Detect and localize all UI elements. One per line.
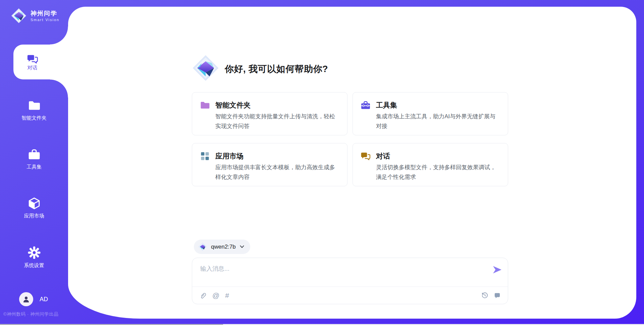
gear-icon bbox=[28, 246, 41, 259]
sidebar-item-chat[interactable]: 对话 bbox=[13, 45, 68, 79]
toolbox-icon bbox=[361, 100, 371, 110]
feature-cards-grid: 智能文件夹 智能文件夹功能支持批量文件上传与清洗，轻松实现文件问答 工具集 集成… bbox=[192, 92, 508, 186]
user-profile[interactable]: AD bbox=[19, 292, 48, 306]
message-composer: @ # bbox=[192, 258, 508, 304]
app-brand: 神州问学 Smart Vision bbox=[11, 7, 59, 24]
attachment-icon[interactable] bbox=[199, 292, 207, 299]
card-description: 智能文件夹功能支持批量文件上传与清洗，轻松实现文件问答 bbox=[215, 112, 340, 131]
chat-icon bbox=[26, 53, 39, 65]
card-title: 工具集 bbox=[376, 100, 397, 110]
card-app-market[interactable]: 应用市场 应用市场提供丰富长文本模板，助力高效生成多样化文章内容 bbox=[192, 143, 347, 186]
send-icon[interactable] bbox=[492, 265, 502, 275]
sidebar-item-smart-folder[interactable]: 智能文件夹 bbox=[0, 99, 68, 121]
history-icon[interactable] bbox=[481, 292, 488, 299]
sidebar-item-label: 工具集 bbox=[26, 164, 42, 170]
greeting-title: 你好, 我可以如何帮助你? bbox=[225, 63, 328, 75]
model-name: qwen2:7b bbox=[211, 244, 236, 250]
composer-toolbar-right bbox=[481, 292, 501, 299]
card-title: 对话 bbox=[376, 151, 390, 161]
composer-toolbar: @ # bbox=[192, 286, 508, 304]
mention-icon[interactable]: @ bbox=[212, 292, 219, 299]
avatar bbox=[19, 292, 33, 306]
sidebar-item-settings[interactable]: 系统设置 bbox=[0, 246, 68, 269]
welcome-diamond-icon bbox=[192, 54, 219, 82]
topic-hash-icon[interactable]: # bbox=[225, 292, 229, 299]
card-chat[interactable]: 对话 灵活切换多模型文件，支持多样回复效果调试，满足个性化需求 bbox=[353, 143, 508, 186]
card-toolset[interactable]: 工具集 集成市场上主流工具，助力AI与外界无缝扩展与对接 bbox=[353, 92, 508, 135]
card-title: 智能文件夹 bbox=[215, 100, 251, 110]
app-title: 神州问学 bbox=[31, 10, 59, 17]
chat-icon bbox=[361, 151, 371, 161]
tab-curve-top bbox=[50, 26, 68, 45]
card-description: 应用市场提供丰富长文本模板，助力高效生成多样化文章内容 bbox=[215, 162, 340, 182]
sidebar-item-toolset[interactable]: 工具集 bbox=[0, 148, 68, 170]
card-description: 集成市场上主流工具，助力AI与外界无缝扩展与对接 bbox=[376, 112, 501, 131]
user-name: AD bbox=[40, 296, 48, 303]
brand-diamond-icon bbox=[198, 242, 207, 251]
brand-diamond-icon bbox=[11, 7, 26, 24]
conversation-bubble-icon[interactable] bbox=[494, 292, 501, 299]
folder-icon bbox=[28, 99, 41, 112]
message-input[interactable] bbox=[200, 265, 489, 284]
folder-icon bbox=[200, 100, 210, 110]
sidebar-item-label: 应用市场 bbox=[24, 213, 44, 219]
cube-icon bbox=[28, 197, 41, 210]
card-smart-folder[interactable]: 智能文件夹 智能文件夹功能支持批量文件上传与清洗，轻松实现文件问答 bbox=[192, 92, 347, 135]
model-selector[interactable]: qwen2:7b bbox=[194, 240, 250, 254]
chevron-down-icon bbox=[240, 245, 244, 248]
toolbox-icon bbox=[28, 148, 41, 161]
app-subtitle: Smart Vision bbox=[31, 18, 59, 22]
person-icon bbox=[22, 295, 30, 303]
tab-curve-bottom bbox=[50, 79, 68, 97]
sidebar-item-app-market[interactable]: 应用市场 bbox=[0, 197, 68, 219]
copyright-text: ©神州数码 · 神州问学出品 bbox=[3, 311, 77, 317]
grid-icon bbox=[200, 151, 210, 161]
sidebar-item-label: 系统设置 bbox=[24, 262, 44, 269]
card-title: 应用市场 bbox=[215, 151, 244, 161]
sidebar-item-label: 智能文件夹 bbox=[21, 115, 47, 121]
sidebar-item-label: 对话 bbox=[28, 65, 38, 71]
card-description: 灵活切换多模型文件，支持多样回复效果调试，满足个性化需求 bbox=[376, 162, 501, 182]
